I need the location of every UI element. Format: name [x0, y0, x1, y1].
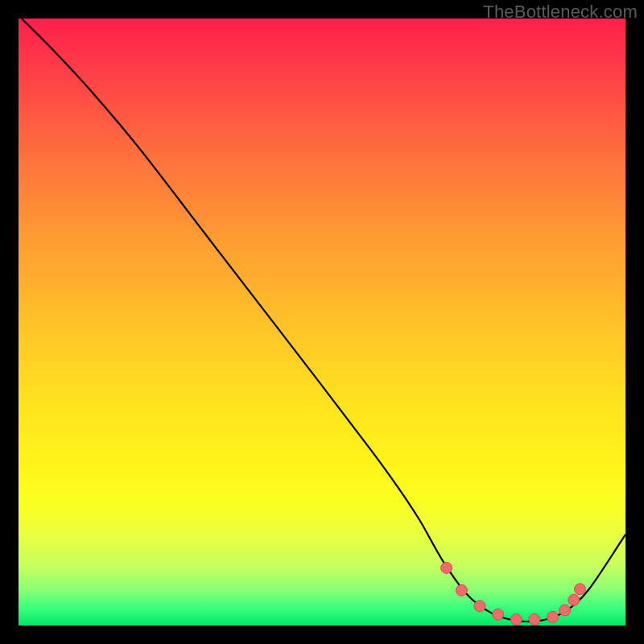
data-dot — [441, 562, 452, 573]
chart-svg — [19, 19, 625, 625]
chart-frame: TheBottleneck.com — [0, 0, 644, 644]
data-dot — [529, 614, 540, 625]
data-dot — [474, 601, 485, 612]
chart-plot-area — [19, 19, 625, 625]
data-dot — [510, 614, 522, 625]
data-dots — [441, 562, 586, 625]
watermark-text: TheBottleneck.com — [483, 2, 638, 23]
data-dot — [493, 609, 504, 620]
data-dot — [456, 584, 467, 596]
data-dot — [568, 594, 580, 605]
bottleneck-curve — [22, 19, 625, 621]
data-dot — [547, 611, 559, 622]
data-dot — [559, 605, 571, 616]
data-dot — [575, 584, 586, 595]
